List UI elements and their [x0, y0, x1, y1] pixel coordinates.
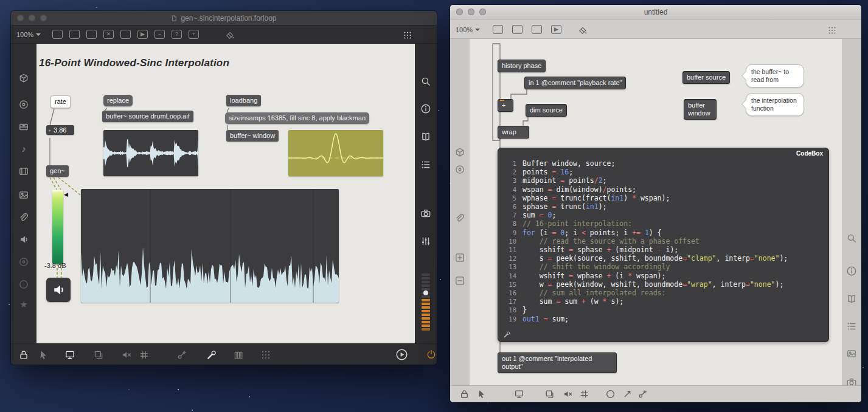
buffer-source-object-box[interactable]: buffer~ source drumLoop.aif [102, 111, 193, 122]
search-icon[interactable] [846, 233, 857, 244]
history-object-box[interactable]: history phase [498, 60, 546, 72]
list-icon[interactable] [420, 159, 431, 170]
disc-icon[interactable] [454, 164, 465, 175]
replace-message-box[interactable]: replace [103, 95, 133, 106]
info-icon[interactable] [420, 103, 431, 114]
paint-bucket-icon[interactable] [578, 26, 588, 35]
out-object-box[interactable]: out 1 @comment "interpolated output" [498, 352, 617, 373]
wrap-object-box[interactable]: wrap [498, 126, 529, 139]
paperclip-icon[interactable] [18, 212, 29, 223]
new-object-icon[interactable] [637, 389, 648, 399]
drumloop-waveform-display[interactable] [103, 130, 198, 176]
columns-icon[interactable] [233, 349, 244, 360]
object-box-icon[interactable] [532, 25, 542, 34]
vizzie-icon[interactable] [18, 256, 29, 267]
in-object-box[interactable]: in 1 @comment "playback rate" [524, 77, 626, 89]
dim-source-object-box[interactable]: dim source [526, 104, 567, 117]
sinc-window-display[interactable] [288, 130, 383, 176]
loadbang-object-box[interactable]: loadbang [226, 95, 261, 106]
snippet-icon[interactable]: ▶ [551, 25, 561, 34]
minimize-button[interactable] [468, 9, 474, 15]
wrench-icon[interactable] [206, 349, 217, 360]
run-button[interactable] [395, 348, 408, 361]
comment-icon[interactable] [512, 25, 523, 34]
list-icon[interactable] [846, 321, 857, 332]
close-box-icon[interactable]: ✕ [103, 30, 114, 39]
rate-number-box[interactable]: ▸ 3.86 [46, 125, 74, 135]
gen-object-box[interactable]: gen~ [46, 165, 69, 177]
new-object-icon[interactable] [176, 349, 187, 360]
drawer-icon[interactable] [18, 122, 29, 132]
info-icon[interactable] [846, 266, 857, 276]
buffer-window-object-box[interactable]: buffer window [684, 99, 717, 120]
patcher-canvas[interactable]: 16-Point Windowed-Sinc Interpolation rat… [36, 44, 415, 343]
package-icon[interactable] [18, 73, 29, 84]
comment-icon[interactable] [86, 30, 97, 39]
arrow-tool-icon[interactable] [622, 389, 633, 399]
keyboard-pad-icon[interactable] [260, 349, 271, 360]
buffer-source-object-box[interactable]: buffer source [682, 71, 730, 84]
help-icon[interactable]: ? [172, 30, 182, 39]
package-icon[interactable] [454, 147, 465, 158]
paperclip-icon[interactable] [454, 213, 465, 224]
minus-box-icon[interactable]: − [155, 30, 165, 39]
slider-handle-icon[interactable]: ◀ [64, 191, 68, 197]
power-button[interactable] [426, 349, 437, 360]
plus-object-box[interactable]: + [498, 99, 513, 112]
close-button[interactable] [17, 15, 24, 21]
cursor-tool-icon[interactable] [38, 349, 49, 360]
toolbar-grid-icon[interactable] [403, 30, 412, 40]
audio-on-off-button[interactable] [46, 278, 71, 302]
patcher-comment-heading[interactable]: 16-Point Windowed-Sinc Interpolation [39, 57, 229, 69]
object-box-icon[interactable] [120, 30, 131, 39]
lock-icon[interactable] [18, 349, 29, 360]
disc-icon[interactable] [18, 99, 29, 110]
music-note-icon[interactable]: ♪ [18, 143, 29, 154]
picture-icon[interactable] [18, 190, 29, 201]
beap-icon[interactable] [18, 279, 29, 290]
output-waveform-display[interactable] [81, 189, 339, 303]
picture-icon[interactable] [846, 348, 857, 359]
titlebar[interactable]: gen~.sincinterpolation.forloop [11, 11, 437, 26]
grid-icon[interactable] [139, 349, 150, 360]
presentation-mode-icon[interactable] [64, 349, 75, 360]
comment-bubble-buffer-source[interactable]: the buffer~ to read from [746, 64, 804, 88]
add-object-icon[interactable]: + [189, 30, 199, 39]
meter-knob[interactable] [423, 290, 428, 295]
gen-patcher-canvas[interactable]: history phase in 1 @comment "playback ra… [470, 39, 842, 385]
codebox[interactable]: CodeBox 1Buffer window, source;2points =… [498, 148, 829, 342]
patcher-view-icon[interactable] [52, 30, 63, 39]
zoom-in-icon[interactable] [454, 252, 465, 263]
filmstrip-icon[interactable] [18, 166, 29, 177]
zoom-button[interactable] [479, 9, 486, 15]
zoom-control[interactable]: 100% [456, 26, 480, 33]
reference-book-icon[interactable] [846, 294, 857, 304]
minimize-button[interactable] [29, 15, 35, 21]
paint-bucket-icon[interactable] [225, 30, 235, 40]
js-editor-icon[interactable] [69, 30, 80, 39]
zoom-out-icon[interactable] [454, 275, 465, 286]
presentation-mode-icon[interactable] [514, 389, 524, 399]
grid-icon[interactable] [579, 389, 589, 399]
cursor-tool-icon[interactable] [476, 389, 487, 399]
gain-slider[interactable] [52, 190, 63, 264]
titlebar[interactable]: untitled [450, 5, 861, 19]
speaker-icon[interactable] [18, 234, 29, 245]
audio-mute-icon[interactable] [563, 389, 573, 399]
circle-icon[interactable] [605, 389, 616, 399]
mixer-sliders-icon[interactable] [420, 236, 431, 247]
fill-message-box[interactable]: sizeinsamps 16385, fill sinc 8, apply bl… [225, 112, 369, 124]
search-icon[interactable] [420, 76, 431, 87]
zoom-control[interactable]: 100% [16, 31, 41, 38]
star-icon[interactable]: ★ [18, 299, 29, 310]
patcher-view-icon[interactable] [493, 25, 503, 34]
close-button[interactable] [456, 9, 463, 15]
buffer-window-object-box[interactable]: buffer~ window [226, 130, 279, 142]
layers-icon[interactable] [544, 389, 555, 399]
comment-bubble-buffer-window[interactable]: the interpolation function [746, 93, 804, 116]
zoom-button[interactable] [40, 15, 47, 21]
toolbar-grid-icon[interactable] [827, 26, 837, 35]
rate-message-box[interactable]: rate [50, 95, 71, 108]
layers-icon[interactable] [93, 349, 104, 360]
lock-icon[interactable] [459, 389, 470, 399]
